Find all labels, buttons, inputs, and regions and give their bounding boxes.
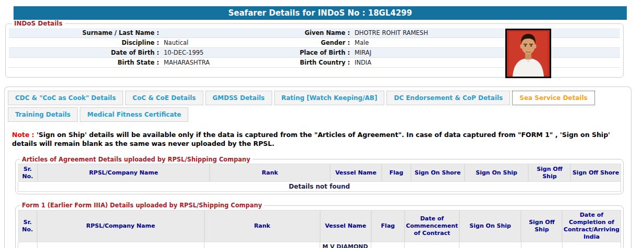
form1-legend: Form 1 (Earlier Form IIIA) Details uploa… xyxy=(20,202,264,209)
tab-dc-endorsement-cop-details[interactable]: DC Endorsement & CoP Details xyxy=(386,91,510,105)
given-name-label: Given Name : xyxy=(283,28,350,38)
indos-details-section: INDoS Details Surname / Last Name : Give… xyxy=(5,20,624,78)
birth-country-label: Birth Country : xyxy=(283,58,350,68)
note-text: 'Sign on Ship' details will be available… xyxy=(12,131,610,147)
seafarer-photo-image xyxy=(507,30,550,77)
note-prefix: Note : xyxy=(12,131,34,139)
articles-of-agreement-section: Articles of Agreement Details uploaded b… xyxy=(15,156,624,195)
col-vessel-name: Vessel Name xyxy=(330,164,382,182)
sign-on-ship-note: Note : 'Sign on Ship' details will be av… xyxy=(12,131,623,148)
cell-commencement-date: 28-OCT-2019 xyxy=(405,242,459,248)
birth-state-value: MAHARASHTRA xyxy=(159,58,283,68)
indos-details-legend: INDoS Details xyxy=(12,20,65,27)
details-not-found-message: Details not found xyxy=(18,182,621,192)
articles-of-agreement-legend: Articles of Agreement Details uploaded b… xyxy=(20,156,252,163)
col-sign-off-ship: Sign Off Ship xyxy=(521,210,562,242)
place-of-birth-label: Place of Birth : xyxy=(283,48,350,58)
tab-sea-service-details[interactable]: Sea Service Details xyxy=(512,91,594,105)
page-title: Seafarer Details for INDoS No : 18GL4299 xyxy=(14,6,627,20)
tab-medical-fitness-certificate[interactable]: Medical Fitness Certificate xyxy=(80,107,188,122)
tab-training-details[interactable]: Training Details xyxy=(8,107,78,122)
birth-state-label: Birth State : xyxy=(9,58,159,68)
col-date-of-completion: Date of Completion of Contract/Arriving … xyxy=(562,210,621,242)
gender-label: Gender : xyxy=(283,38,350,48)
col-rpsl-company-name: RPSL/Company Name xyxy=(38,164,210,182)
col-date-of-commencement: Date of Commencement of Contract xyxy=(405,210,459,242)
col-sr-no: Sr. No. xyxy=(18,210,38,242)
col-sign-off-ship: Sign Off Ship xyxy=(528,164,570,182)
date-of-birth-value: 10-DEC-1995 xyxy=(159,48,283,58)
col-flag: Flag xyxy=(382,164,411,182)
cell-sr-no: 1. xyxy=(18,242,38,248)
tab-coc-coe-details[interactable]: CoC & CoE Details xyxy=(125,91,203,105)
place-of-birth-value: MIRAJ xyxy=(350,48,620,58)
form1-section: Form 1 (Earlier Form IIIA) Details uploa… xyxy=(15,202,624,248)
col-sign-on-ship: Sign On Ship xyxy=(465,164,529,182)
col-vessel-name: Vessel Name xyxy=(320,210,371,242)
form1-table: Sr. No. RPSL/Company Name Rank Vessel Na… xyxy=(18,209,621,248)
col-sign-on-ship: Sign On Ship xyxy=(459,210,521,242)
tab-bar: CDC & "CoC as Cook" Details CoC & CoE De… xyxy=(8,91,628,124)
col-flag: Flag xyxy=(371,210,405,242)
gender-value: Male xyxy=(350,38,620,48)
tab-gmdss-details[interactable]: GMDSS Details xyxy=(205,91,272,105)
col-sign-on-shore: Sign On Shore xyxy=(411,164,465,182)
cell-sign-on-ship xyxy=(459,242,521,248)
col-rank: Rank xyxy=(210,164,330,182)
col-sr-no: Sr. No. xyxy=(18,164,38,182)
col-rank: Rank xyxy=(204,210,320,242)
table-header-row: Sr. No. RPSL/Company Name Rank Vessel Na… xyxy=(18,210,621,242)
seafarer-photo xyxy=(505,29,551,78)
empty-row: Details not found xyxy=(18,182,621,192)
surname-label: Surname / Last Name : xyxy=(9,28,159,38)
col-rpsl-company-name: RPSL/Company Name xyxy=(37,210,204,242)
cell-vessel: M V DIAMOND WAY xyxy=(320,242,371,248)
cell-completion-date xyxy=(562,242,621,248)
cell-sign-off-ship xyxy=(521,242,562,248)
given-name-value: DHOTRE ROHIT RAMESH xyxy=(350,28,620,38)
articles-of-agreement-table: Sr. No. RPSL/Company Name Rank Vessel Na… xyxy=(18,164,621,192)
tab-rating-watch-keeping-ab[interactable]: Rating [Watch Keeping/AB] xyxy=(274,91,385,105)
col-sign-off-shore: Sign Off Shore xyxy=(570,164,621,182)
cell-flag: FOREIGN xyxy=(371,242,405,248)
date-of-birth-label: Date of Birth : xyxy=(9,48,159,58)
cell-rank: Deck Cadet xyxy=(204,242,320,248)
cell-company: SAILFAST MARITIME INDIA PRIVATE LIMITED xyxy=(37,242,204,248)
table-header-row: Sr. No. RPSL/Company Name Rank Vessel Na… xyxy=(18,164,621,182)
discipline-label: Discipline : xyxy=(9,38,159,48)
tab-cdc-coc-as-cook-details[interactable]: CDC & "CoC as Cook" Details xyxy=(8,91,123,105)
discipline-value: Nautical xyxy=(159,38,283,48)
table-row: 1. SAILFAST MARITIME INDIA PRIVATE LIMIT… xyxy=(18,242,621,248)
birth-country-value: INDIA xyxy=(350,58,620,68)
tab-content-panel: CDC & "CoC as Cook" Details CoC & CoE De… xyxy=(4,86,631,248)
